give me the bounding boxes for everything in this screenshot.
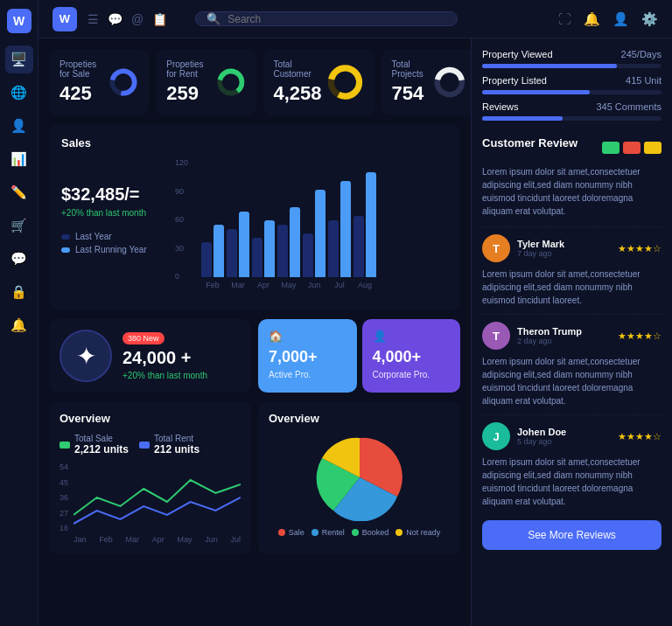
- review-badge-red[interactable]: [623, 142, 640, 154]
- sidebar-item-cart[interactable]: 🛒: [5, 212, 33, 240]
- ov-legend-sale: Total Sale 2,212 units: [60, 434, 129, 456]
- reviewer-tyler-text: Lorem ipsum dolor sit amet,consectetuer …: [482, 268, 662, 307]
- ov-legend-rent-dot: [139, 442, 150, 449]
- sales-chart-area: 120 90 60 30 0: [175, 158, 448, 298]
- stat-projects-donut: [433, 61, 466, 103]
- bar-jun-bright: [315, 190, 326, 277]
- ov-x-feb: Feb: [99, 535, 113, 544]
- bar-aug-bright: [366, 172, 376, 277]
- bar-may-dark: [277, 225, 288, 277]
- review-intro-text: Lorem ipsum dolor sit amet,consectetuer …: [482, 165, 662, 218]
- reviewer-johen-stars: ★★★★☆: [618, 431, 662, 442]
- right-panel: Property Viewed 245/Days Property Listed…: [471, 38, 672, 626]
- reviewer-theron-avatar: T: [482, 322, 510, 350]
- sidebar: W 🖥️ 🌐 👤 📊 ✏️ 🛒 💬 🔒 🔔: [0, 0, 38, 626]
- stat-customer-label: Total Customer: [274, 59, 326, 79]
- legend-running-year: Last Running Year: [61, 245, 166, 254]
- sales-left-info: $32,485/= +20% than last month Last Year…: [61, 158, 166, 298]
- bar-group-apr: [252, 220, 275, 277]
- prop-listed-bar-bg: [482, 90, 662, 94]
- prop-listed-value: 415 Unit: [626, 75, 662, 86]
- review-badges: [602, 142, 662, 154]
- stat-sale-value: 425: [60, 82, 108, 105]
- pro-cards-container: 🏠 7,000+ Active Pro. 👤 4,000+ Corporate …: [258, 319, 460, 393]
- pie-container: Sale Rentel Booked: [269, 434, 450, 537]
- reviewer-tyler-name: Tyler Mark: [517, 239, 611, 249]
- reviewer-johen-text: Lorem ipsum dolor sit amet,consectetuer …: [482, 456, 662, 508]
- bar-jul-bright: [340, 181, 351, 277]
- sidebar-item-user[interactable]: 👤: [5, 112, 33, 140]
- stat-rent-label: Propeties for Rent: [166, 59, 216, 79]
- reviewer-johen-info: Johen Doe 5 day ago: [517, 427, 611, 446]
- prop-stat-listed: Property Listed 415 Unit: [482, 75, 662, 94]
- topnav-right-actions: ⛶ 🔔 👤 ⚙️: [558, 11, 658, 27]
- prop-stat-reviews: Reviews 345 Comments: [482, 101, 662, 121]
- prop-reviews-bar-bg: [482, 116, 662, 121]
- sidebar-item-globe[interactable]: 🌐: [5, 79, 33, 107]
- review-badge-yellow[interactable]: [644, 142, 662, 154]
- bar-mar-bright: [239, 212, 249, 277]
- bar-jul-dark: [328, 220, 339, 277]
- sidebar-item-chart[interactable]: 📊: [5, 145, 33, 173]
- stat-card-sale: Propeties for Sale 425: [49, 49, 149, 115]
- topnav-logo[interactable]: W: [52, 7, 77, 31]
- home-icon: 🏠: [269, 330, 283, 343]
- reviewer-johen-time: 5 day ago: [517, 437, 611, 446]
- y-label-0: 0: [175, 272, 188, 281]
- sidebar-item-edit[interactable]: ✏️: [5, 178, 33, 206]
- y-label-60: 60: [175, 215, 188, 224]
- bar-group-jun: [303, 190, 326, 277]
- prop-listed-bar-fill: [482, 90, 590, 94]
- profile-icon[interactable]: 👤: [612, 11, 629, 27]
- overview-line-chart-container: Jan Feb Mar Apr May Jun Jul: [74, 463, 241, 544]
- x-label-aug: Aug: [354, 281, 376, 289]
- ov-legend-sale-dot: [60, 442, 70, 449]
- sidebar-item-lock[interactable]: 🔒: [5, 278, 33, 306]
- stat-cards-row: Propeties for Sale 425 Propeties for Ren…: [49, 49, 460, 115]
- search-input[interactable]: [228, 13, 446, 25]
- pro-card-corporate-header: 👤: [373, 330, 451, 343]
- x-label-feb: Feb: [201, 281, 224, 289]
- see-more-button[interactable]: See More Reviews: [482, 520, 662, 550]
- prop-reviews-value: 345 Comments: [596, 101, 662, 112]
- reviewer-johen: J Johen Doe 5 day ago ★★★★☆: [482, 422, 662, 450]
- sidebar-item-dashboard[interactable]: 🖥️: [5, 45, 33, 73]
- sidebar-item-bell[interactable]: 🔔: [5, 311, 33, 339]
- reviewer-theron-time: 2 day ago: [517, 337, 611, 345]
- review-item-theron: T Theron Trump 2 day ago ★★★★☆ Lorem ips…: [482, 314, 662, 407]
- notification-icon[interactable]: 🔔: [584, 11, 600, 27]
- bar-group-may: [277, 207, 300, 277]
- settings-icon[interactable]: ⚙️: [641, 11, 658, 27]
- pie-legend-rentel-dot: [312, 529, 318, 536]
- overview-left-card: Overview Total Sale 2,212 units: [49, 401, 251, 554]
- mention-icon[interactable]: @: [131, 12, 144, 26]
- expand-icon[interactable]: ⛶: [558, 11, 571, 26]
- reviewer-tyler-stars: ★★★★☆: [618, 243, 662, 254]
- reviewer-johen-name: Johen Doe: [517, 427, 611, 437]
- y-label-120: 120: [175, 158, 188, 167]
- pro-card-active: 🏠 7,000+ Active Pro.: [258, 319, 357, 393]
- sidebar-item-chat[interactable]: 💬: [5, 245, 33, 273]
- reviewer-tyler: T Tyler Mark 7 day ago ★★★★☆: [482, 234, 662, 262]
- ov-y-45: 45: [60, 478, 68, 487]
- x-label-jun: Jun: [303, 281, 326, 289]
- review-header: Customer Review: [482, 136, 662, 158]
- overview-row: Overview Total Sale 2,212 units: [49, 401, 460, 554]
- sales-growth: +20% than last month: [61, 208, 166, 218]
- clipboard-icon[interactable]: 📋: [152, 12, 167, 26]
- prop-viewed-bar-fill: [482, 64, 617, 68]
- overview-x-labels: Jan Feb Mar Apr May Jun Jul: [74, 535, 241, 544]
- ov-y-36: 36: [60, 493, 68, 502]
- prop-viewed-bar-bg: [482, 64, 662, 68]
- chat-icon[interactable]: 💬: [108, 12, 122, 26]
- review-title: Customer Review: [482, 136, 578, 150]
- menu-icon[interactable]: ☰: [88, 12, 99, 26]
- stat-rent-value: 259: [166, 82, 216, 105]
- stat-projects-label: Total Projects: [392, 59, 433, 79]
- sales-amount: $32,485/=: [61, 184, 166, 205]
- sidebar-logo[interactable]: W: [7, 9, 32, 33]
- pie-legend-booked-label: Booked: [362, 528, 389, 537]
- search-bar[interactable]: 🔍: [195, 11, 458, 26]
- review-badge-green[interactable]: [602, 142, 620, 154]
- pro-card-active-value: 7,000+: [269, 348, 346, 366]
